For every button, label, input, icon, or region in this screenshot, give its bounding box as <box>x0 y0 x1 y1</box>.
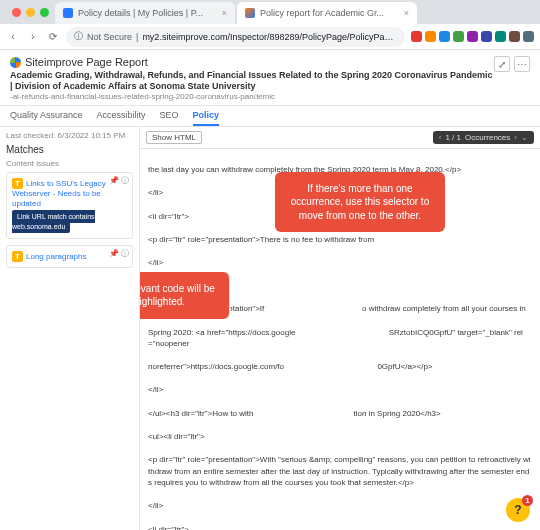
chevron-left-icon[interactable]: ‹ <box>439 133 442 142</box>
occurrence-navigator: ‹ 1 / 1 Occurrences › ⌄ <box>433 131 534 144</box>
code-line: <p dir="ltr" role="presentation">There i… <box>148 234 532 246</box>
maximize-window-button[interactable] <box>40 8 49 17</box>
callout-highlight: The relevant code will be highlighted. <box>140 272 230 319</box>
code-toolbar: Show HTML ‹ 1 / 1 Occurrences › ⌄ <box>140 127 540 149</box>
code-line: <li dir="ltr"> <box>148 524 532 530</box>
extension-icon[interactable] <box>425 31 436 42</box>
brand: Siteimprove Page Report <box>10 56 494 68</box>
code-line: Spring 2020: <a href="https://docs.googl… <box>148 327 532 350</box>
badge-t: T <box>12 251 23 262</box>
code-line: </ul><h3 dir="ltr">How to with tion in S… <box>148 408 532 420</box>
browser-tab-strip: Policy details | My Policies | P... × Po… <box>0 0 540 24</box>
page-subtitle: -al-refunds-and-financial-issues-related… <box>10 92 530 101</box>
issue-card[interactable]: 📌 ⓘ TLong paragraphs <box>6 245 133 268</box>
forward-button[interactable]: › <box>26 30 40 44</box>
content: Last checked: 6/3/2022 10:15 PM Matches … <box>0 127 540 530</box>
close-window-button[interactable] <box>12 8 21 17</box>
last-checked-label: Last checked: 6/3/2022 10:15 PM <box>6 131 133 140</box>
nav-tabs: Quality Assurance Accessibility SEO Poli… <box>0 106 540 127</box>
pin-icon[interactable]: 📌 <box>109 176 119 186</box>
siteimprove-logo-icon <box>10 57 21 68</box>
content-issues-heading: Content issues <box>6 159 133 168</box>
issue-card[interactable]: 📌 ⓘ TLinks to SSU's Legacy Webserver - N… <box>6 172 133 239</box>
tab-quality-assurance[interactable]: Quality Assurance <box>10 106 83 126</box>
url-text: my2.siteimprove.com/Inspector/898289/Pol… <box>142 32 397 42</box>
close-icon[interactable]: × <box>404 8 409 18</box>
url-field[interactable]: ⓘ Not Secure | my2.siteimprove.com/Inspe… <box>66 27 405 47</box>
help-badge: 1 <box>522 495 533 506</box>
expand-button[interactable]: ⤢ <box>494 56 510 72</box>
chevron-down-icon[interactable]: ⌄ <box>521 133 528 142</box>
not-secure-label: Not Secure <box>87 32 132 42</box>
extension-icon[interactable] <box>481 31 492 42</box>
favicon-icon <box>63 8 73 18</box>
tab-label: Policy report for Academic Gr... <box>260 8 384 18</box>
brand-label: Siteimprove Page Report <box>25 56 148 68</box>
tab-seo[interactable]: SEO <box>160 106 179 126</box>
extension-icon[interactable] <box>453 31 464 42</box>
code-panel: Show HTML ‹ 1 / 1 Occurrences › ⌄ If the… <box>140 127 540 530</box>
extension-icon[interactable] <box>509 31 520 42</box>
code-line: noreferrer">https://docs.google.com/fo 0… <box>148 361 532 373</box>
code-line: <p dir="ltr" role="presentation">With "s… <box>148 454 532 489</box>
tab-label: Policy details | My Policies | P... <box>78 8 203 18</box>
browser-address-bar: ‹ › ⟳ ⓘ Not Secure | my2.siteimprove.com… <box>0 24 540 50</box>
code-line: </li> <box>148 257 532 269</box>
reload-button[interactable]: ⟳ <box>46 30 60 44</box>
info-icon[interactable]: ⓘ <box>121 249 129 259</box>
code-line: <ul><li dir="ltr"> <box>148 431 532 443</box>
info-icon: ⓘ <box>74 30 83 43</box>
minimize-window-button[interactable] <box>26 8 35 17</box>
extension-icon[interactable] <box>411 31 422 42</box>
browser-tab-active[interactable]: Policy report for Academic Gr... × <box>237 2 417 24</box>
extension-icon[interactable] <box>439 31 450 42</box>
matches-heading: Matches <box>6 144 133 155</box>
tab-accessibility[interactable]: Accessibility <box>97 106 146 126</box>
extension-icon[interactable] <box>467 31 478 42</box>
info-icon[interactable]: ⓘ <box>121 176 129 186</box>
tab-policy[interactable]: Policy <box>193 106 220 126</box>
browser-tab[interactable]: Policy details | My Policies | P... × <box>55 2 235 24</box>
close-icon[interactable]: × <box>222 8 227 18</box>
pin-icon[interactable]: 📌 <box>109 249 119 259</box>
extension-icons <box>411 31 534 42</box>
help-fab[interactable]: ? 1 <box>506 498 530 522</box>
chevron-right-icon[interactable]: › <box>514 133 517 142</box>
badge-t: T <box>12 178 23 189</box>
extension-icon[interactable] <box>523 31 534 42</box>
occurrences-label: Occurrences <box>465 133 510 142</box>
left-panel: Last checked: 6/3/2022 10:15 PM Matches … <box>0 127 140 530</box>
extension-icon[interactable] <box>495 31 506 42</box>
favicon-icon <box>245 8 255 18</box>
issue-title: Links to SSU's Legacy Webserver - Needs … <box>12 179 106 209</box>
occurrence-count: 1 / 1 <box>445 133 461 142</box>
callout-occurrence: If there's more than one occurrence, use… <box>275 172 445 233</box>
back-button[interactable]: ‹ <box>6 30 20 44</box>
show-html-button[interactable]: Show HTML <box>146 131 202 144</box>
more-button[interactable]: ⋯ <box>514 56 530 72</box>
code-line: </li> <box>148 384 532 396</box>
issue-pill: Link URL match contains web.sonoma.edu <box>12 210 95 233</box>
code-line: </li> <box>148 500 532 512</box>
issue-title: Long paragraphs <box>26 252 87 261</box>
page-header: ⤢ ⋯ Siteimprove Page Report Academic Gra… <box>0 50 540 106</box>
page-title: Academic Grading, Withdrawal, Refunds, a… <box>10 70 530 92</box>
window-controls <box>6 0 55 24</box>
